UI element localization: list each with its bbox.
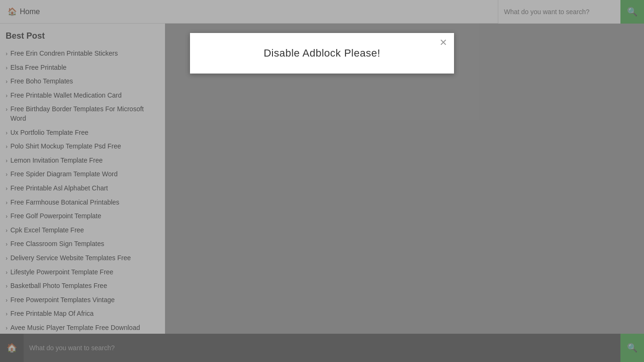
modal-overlay: Disable Adblock Please! ✕ bbox=[0, 0, 644, 362]
adblock-modal: Disable Adblock Please! ✕ bbox=[190, 33, 454, 74]
modal-title: Disable Adblock Please! bbox=[264, 47, 380, 59]
modal-close-button[interactable]: ✕ bbox=[439, 38, 447, 47]
